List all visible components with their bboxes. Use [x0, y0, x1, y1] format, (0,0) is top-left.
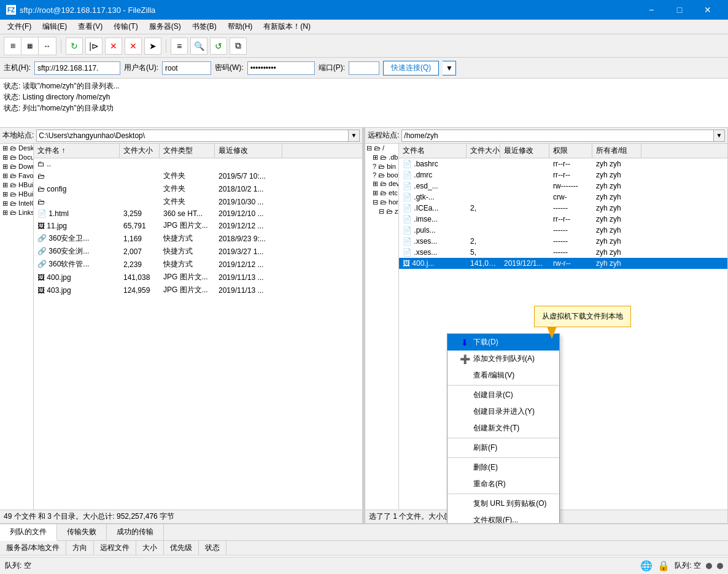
tree-item[interactable]: ⊞ 🗁 Favorites — [0, 171, 33, 180]
port-input[interactable] — [349, 61, 379, 75]
table-row[interactable]: 🔗 360安全浏... 2,007 快捷方式 2019/3/27 1... — [34, 245, 362, 258]
local-col-size[interactable]: 文件大小 — [120, 144, 160, 158]
tree-item[interactable]: ⊞ 🗁 Downloads — [0, 162, 33, 171]
col-status[interactable]: 状态 — [199, 541, 227, 555]
remote-col-name[interactable]: 文件名 — [399, 144, 467, 158]
connect-button[interactable]: 快速连接(Q) — [383, 61, 439, 76]
table-row[interactable]: 🖼 11.jpg 65,791 JPG 图片文... 2019/12/12 ..… — [34, 219, 362, 232]
table-row[interactable]: 🖼 400.j... 141,038 2019/12/1... rw-r-- z… — [399, 258, 727, 269]
toolbar-stop[interactable]: |⊳ — [85, 37, 103, 55]
tab-failed[interactable]: 传输失败 — [57, 524, 107, 540]
tree-item[interactable]: ⊟ 🗁 zyh — [365, 207, 398, 216]
local-col-type[interactable]: 文件类型 — [160, 144, 215, 158]
toolbar-refresh[interactable]: ↻ — [66, 37, 83, 55]
minimize-button[interactable]: − — [637, 0, 665, 20]
context-menu-item-download[interactable]: ⬇ 下载(D) — [447, 334, 559, 351]
tree-item[interactable]: ⊞ 🗁 .dbus — [365, 153, 398, 162]
tree-item[interactable]: ? 🗁 boot — [365, 171, 398, 179]
menu-item[interactable]: 传输(T) — [109, 20, 142, 33]
table-row[interactable]: 📄 .esd_... rw------- zyh zyh — [399, 180, 727, 192]
tree-item[interactable]: ⊞ 🗁 HBuilder — [0, 180, 33, 190]
toolbar-list[interactable]: ≡ — [171, 37, 188, 55]
toolbar-btn-2[interactable]: ▦ — [21, 37, 39, 55]
table-row[interactable]: 📄 .xses... 5, ------ zyh zyh — [399, 247, 727, 258]
tree-item[interactable]: ⊞ 🗁 HBuilder settings — [0, 190, 33, 199]
remote-col-modified[interactable]: 最近修改 — [500, 144, 549, 158]
context-menu-item-copy-url[interactable]: 复制 URL 到剪贴板(O) — [447, 495, 559, 512]
menu-item[interactable]: 书签(B) — [187, 20, 222, 33]
menu-item[interactable]: 帮助(H) — [223, 20, 258, 33]
table-row[interactable]: 📄 .dmrc rr--r-- zyh zyh — [399, 169, 727, 180]
local-path-dropdown[interactable]: ▼ — [349, 130, 360, 142]
table-row[interactable]: 🖼 400.jpg 141,038 JPG 图片文... 2019/11/13 … — [34, 271, 362, 284]
menu-item[interactable]: 编辑(E) — [37, 20, 72, 33]
table-row[interactable]: 🗁 文件夹 2019/10/30 ... — [34, 195, 362, 208]
table-row[interactable]: 📄 .puls... ------ zyh zyh — [399, 225, 727, 236]
toolbar-x[interactable]: ✕ — [125, 37, 142, 55]
tree-item[interactable]: ⊞ 🗁 Desktop — [0, 144, 33, 153]
table-row[interactable]: 📄 1.html 3,259 360 se HT... 2019/12/10 .… — [34, 208, 362, 219]
host-input[interactable] — [34, 61, 120, 75]
local-col-modified[interactable]: 最近修改 — [215, 144, 282, 158]
tree-item[interactable]: ⊞ 🗁 dev — [365, 179, 398, 188]
table-row[interactable]: 📄 .ICEa... 2, ------ zyh zyh — [399, 203, 727, 214]
col-size[interactable]: 大小 — [136, 541, 164, 555]
close-button[interactable]: ✕ — [694, 0, 722, 20]
remote-path-input[interactable] — [401, 130, 714, 142]
tree-item[interactable]: ? 🗁 bin — [365, 162, 398, 171]
toolbar-arrow[interactable]: ➤ — [144, 37, 161, 55]
table-row[interactable]: 🖼 403.jpg 124,959 JPG 图片文... 2019/11/13 … — [34, 284, 362, 297]
col-priority[interactable]: 优先级 — [164, 541, 199, 555]
context-menu-item-rename[interactable]: 重命名(R) — [447, 476, 559, 492]
toolbar-binoculars[interactable]: ⧉ — [230, 37, 247, 55]
connect-dropdown[interactable]: ▼ — [443, 61, 456, 76]
remote-tree[interactable]: ⊟ 🗁 / ⊞ 🗁 .dbus ? 🗁 bin ? 🗁 boot ⊞ 🗁 dev… — [365, 144, 399, 510]
col-direction[interactable]: 方向 — [66, 541, 94, 555]
remote-path-dropdown[interactable]: ▼ — [714, 130, 725, 142]
context-menu-item-permissions[interactable]: 文件权限(F)... — [447, 512, 559, 523]
tree-item[interactable]: ⊞ 🗁 Links — [0, 208, 33, 217]
table-row[interactable]: 🔗 360安全卫... 1,169 快捷方式 2018/9/23 9:... — [34, 232, 362, 245]
context-menu-item-view[interactable]: 查看/编辑(V) — [447, 367, 559, 384]
table-row[interactable]: 🔗 360软件管... 2,239 快捷方式 2019/12/12 ... — [34, 258, 362, 271]
local-path-input[interactable] — [36, 130, 349, 142]
menu-item[interactable]: 有新版本！(N) — [258, 20, 316, 33]
tree-item[interactable]: ⊞ 🗁 Documents — [0, 153, 33, 162]
menu-item[interactable]: 文件(F) — [2, 20, 36, 33]
tab-success[interactable]: 成功的传输 — [107, 524, 164, 540]
context-menu-item-refresh[interactable]: 刷新(F) — [447, 440, 559, 456]
toolbar-btn-3[interactable]: ↔ — [39, 37, 56, 55]
context-menu-item-mkdir[interactable]: 创建目录(C) — [447, 387, 559, 403]
col-local-file[interactable]: 服务器/本地文件 — [0, 541, 66, 555]
context-menu-item-add-queue[interactable]: ➕ 添加文件到队列(A) — [447, 351, 559, 367]
table-row[interactable]: 📄 .xses... 2, ------ zyh zyh — [399, 236, 727, 247]
context-menu-item-mkdir-enter[interactable]: 创建目录并进入(Y) — [447, 403, 559, 420]
table-row[interactable]: 📄 .bashrc rr--r-- zyh zyh — [399, 158, 727, 169]
pass-input[interactable] — [247, 61, 315, 75]
tree-item[interactable]: ⊟ 🗁 home — [365, 198, 398, 207]
context-menu-item-delete[interactable]: 删除(E) — [447, 459, 559, 476]
tab-queued[interactable]: 列队的文件 — [0, 524, 57, 541]
table-row[interactable]: 🗀 .. — [34, 158, 362, 169]
toolbar-search[interactable]: 🔍 — [190, 37, 207, 55]
menu-item[interactable]: 查看(V) — [73, 20, 107, 33]
tree-item[interactable]: ⊞ 🗁 etc — [365, 188, 398, 198]
table-row[interactable]: 📄 .gtk-... crw- zyh zyh — [399, 192, 727, 203]
tree-item[interactable]: ⊞ 🗁 IntelGraphicsProfiles — [0, 199, 33, 208]
toolbar-reload[interactable]: ↺ — [210, 37, 227, 55]
local-tree[interactable]: ⊞ 🗁 Desktop⊞ 🗁 Documents⊞ 🗁 Downloads⊞ 🗁… — [0, 144, 34, 510]
table-row[interactable]: 🗁 文件夹 2019/5/7 10:... — [34, 169, 362, 182]
remote-col-owner[interactable]: 所有者/组 — [592, 144, 641, 158]
toolbar-cancel[interactable]: ✕ — [105, 37, 122, 55]
table-row[interactable]: 🗁 config 文件夹 2018/10/2 1... — [34, 182, 362, 195]
tree-item[interactable]: ⊟ 🗁 / — [365, 144, 398, 153]
context-menu-item-new-file[interactable]: 创建新文件(T) — [447, 420, 559, 436]
user-input[interactable] — [162, 61, 211, 75]
col-remote-file[interactable]: 远程文件 — [94, 541, 136, 555]
maximize-button[interactable]: □ — [665, 0, 694, 20]
menu-item[interactable]: 服务器(S) — [144, 20, 186, 33]
toolbar-btn-1[interactable]: ⊞ — [4, 37, 21, 55]
local-col-name[interactable]: 文件名 ↑ — [34, 144, 120, 158]
remote-col-size[interactable]: 文件大小 — [467, 144, 500, 158]
table-row[interactable]: 📄 .imse... rr--r-- zyh zyh — [399, 214, 727, 225]
